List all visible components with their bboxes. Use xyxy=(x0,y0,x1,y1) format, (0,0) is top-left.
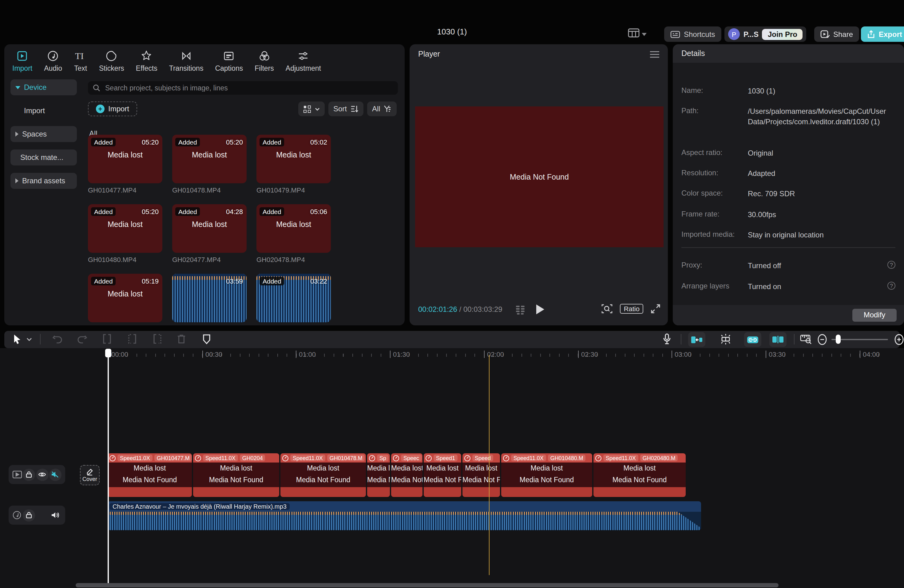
workspace-layout-icon[interactable] xyxy=(628,28,640,38)
detail-value: Adapted xyxy=(748,169,892,179)
chevron-down-icon xyxy=(315,107,320,111)
added-badge: Added xyxy=(91,207,116,216)
media-tile[interactable]: Added05:19Media lost xyxy=(88,274,162,322)
sort-button[interactable]: Sort xyxy=(329,101,363,116)
added-badge: Added xyxy=(91,138,116,146)
media-tile[interactable]: Added05:06Media lost GH020478.MP4 xyxy=(256,204,331,263)
lock-icon[interactable] xyxy=(22,509,35,521)
speaker-icon[interactable] xyxy=(49,509,62,521)
redo-icon[interactable] xyxy=(77,334,87,344)
export-label: Export xyxy=(879,30,902,38)
layout-chevron-icon[interactable] xyxy=(643,32,646,37)
timeline-clip[interactable]: Speec Media lostMedia Not Found xyxy=(391,453,422,497)
search-input[interactable] xyxy=(104,84,393,92)
chevron-right-icon xyxy=(15,132,19,136)
modify-button[interactable]: Modify xyxy=(852,309,897,322)
timeline-clip[interactable]: Speed11.0XGH010477.M Media lostMedia Not… xyxy=(107,453,192,497)
ratio-button[interactable]: Ratio xyxy=(620,304,643,314)
timeline-clip[interactable]: Speed Media lostMedia Not Found xyxy=(463,453,500,497)
shortcuts-label: Shortcuts xyxy=(684,30,715,38)
ruler-label: 01:30 xyxy=(390,351,410,358)
split-left-icon[interactable] xyxy=(128,334,136,344)
import-media-button[interactable]: + Import xyxy=(88,101,137,116)
tile-duration: 05:02 xyxy=(310,138,327,146)
timeline-area[interactable]: 00:00 00:30 01:00 01:30 02:00 02:30 03:0… xyxy=(0,348,904,588)
mute-icon[interactable] xyxy=(49,468,62,481)
sidebar-item-spaces[interactable]: Spaces xyxy=(11,126,77,142)
sidebar-item-brand-assets[interactable]: Brand assets xyxy=(11,173,77,189)
horizontal-scrollbar[interactable] xyxy=(76,583,779,587)
help-icon[interactable]: ? xyxy=(887,261,895,269)
zoom-in-icon[interactable] xyxy=(894,334,904,345)
mask-shield-icon[interactable] xyxy=(202,334,211,345)
player-title: Player xyxy=(418,50,440,58)
media-tile[interactable]: Added05:20Media lost GH010478.MP4 xyxy=(172,135,247,194)
speed-icon xyxy=(595,455,601,461)
media-tile[interactable]: Added04:28Media lost GH020477.MP4 xyxy=(172,204,247,263)
timeline-clip[interactable]: Speed11.0XGH010478.M Media lostMedia Not… xyxy=(280,453,366,497)
detail-label: Path: xyxy=(681,106,748,127)
delete-icon[interactable] xyxy=(177,334,186,344)
frame-view-icon[interactable] xyxy=(515,306,525,315)
media-tile[interactable]: Added05:02Media lost GH010479.MP4 xyxy=(256,135,331,194)
timeline-clip[interactable]: Speed11.0XGH020480.M Media lostMedia Not… xyxy=(593,453,686,497)
media-tile-audio[interactable]: 03:59 xyxy=(172,274,247,322)
tab-filters[interactable]: Filters xyxy=(254,50,274,72)
split-right-icon[interactable] xyxy=(153,334,162,344)
sidebar-item-device[interactable]: Device xyxy=(11,79,77,95)
preview-highlight-icon[interactable] xyxy=(719,334,732,345)
help-icon[interactable]: ? xyxy=(887,282,895,290)
account-button[interactable]: P P...S Join Pro xyxy=(724,27,806,42)
player-menu-icon[interactable] xyxy=(650,51,659,57)
tab-import[interactable]: Import xyxy=(12,50,32,72)
tab-text[interactable]: TI Text xyxy=(74,50,87,72)
lock-icon[interactable] xyxy=(23,468,35,481)
share-button[interactable]: Share xyxy=(814,27,859,42)
media-tile-audio[interactable]: Added03:22 xyxy=(256,274,331,322)
eye-icon[interactable] xyxy=(36,468,48,481)
filter-button[interactable]: All xyxy=(367,101,397,116)
cursor-chevron-icon[interactable] xyxy=(27,338,32,341)
tab-stickers[interactable]: Stickers xyxy=(99,50,124,72)
split-icon[interactable] xyxy=(103,334,111,344)
zoom-slider-handle[interactable] xyxy=(836,335,841,344)
timeline-toolbar xyxy=(4,331,900,348)
sidebar-item-import[interactable]: Import xyxy=(11,103,77,119)
player-viewport[interactable]: Media Not Found xyxy=(415,106,664,247)
split-view-button[interactable] xyxy=(769,332,787,347)
ruler-label: 02:00 xyxy=(484,351,504,358)
tab-captions[interactable]: Captions xyxy=(215,50,243,72)
preview-focus-icon[interactable] xyxy=(602,304,613,314)
ruler-label: 03:00 xyxy=(672,351,692,358)
cover-button[interactable]: Cover xyxy=(80,465,100,485)
media-tile[interactable]: Added05:20Media lost GH010480.MP4 xyxy=(88,204,162,263)
timeline-clip[interactable]: Speed1 Media lostMedia Not Found xyxy=(424,453,461,497)
timeline-clip[interactable]: Speed11.0XGH0204 Media lostMedia Not Fou… xyxy=(193,453,279,497)
sidebar-item-stock-materials[interactable]: Stock mate... xyxy=(11,149,77,166)
select-cursor-icon[interactable] xyxy=(13,334,22,345)
export-button[interactable]: Export xyxy=(861,27,904,42)
play-button[interactable] xyxy=(535,304,545,315)
tab-effects[interactable]: Effects xyxy=(136,50,157,72)
tab-audio[interactable]: Audio xyxy=(44,50,62,72)
view-mode-button[interactable] xyxy=(298,101,325,116)
tab-adjustment[interactable]: Adjustment xyxy=(286,50,321,72)
record-voiceover-icon[interactable] xyxy=(663,334,671,345)
tab-transitions[interactable]: Transitions xyxy=(169,50,204,72)
playhead-line xyxy=(107,356,109,587)
video-track-header xyxy=(9,465,65,484)
timeline-ruler-icon[interactable] xyxy=(800,335,812,345)
fullscreen-icon[interactable] xyxy=(651,304,661,314)
join-pro-button[interactable]: Join Pro xyxy=(762,28,803,40)
timeline-clip[interactable]: Speed11.0XGH010480.M Media lostMedia Not… xyxy=(501,453,592,497)
zoom-out-icon[interactable] xyxy=(817,334,827,345)
tile-duration: 05:20 xyxy=(142,208,159,215)
shortcuts-button[interactable]: Shortcuts xyxy=(664,27,721,42)
audio-clip[interactable]: Charles Aznavour – Je mvoyais déjà (Riwa… xyxy=(107,501,701,530)
auto-snap-button[interactable] xyxy=(688,332,705,347)
undo-icon[interactable] xyxy=(52,334,63,344)
link-clips-button[interactable] xyxy=(744,332,761,347)
timeline-clip[interactable]: Sp Media lostMedia Not Found xyxy=(367,453,390,497)
detail-label: Name: xyxy=(681,86,748,96)
media-tile[interactable]: Added05:20Media lost GH010477.MP4 xyxy=(88,135,162,194)
